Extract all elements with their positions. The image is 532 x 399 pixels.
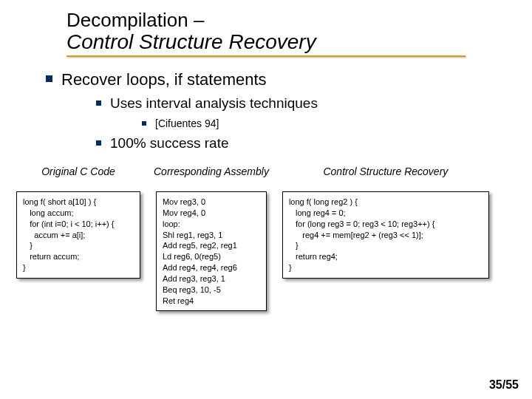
title-line-1: Decompilation – [66,9,532,32]
bullet-level-1: Recover loops, if statements [46,70,532,89]
title-underline [66,55,466,57]
code-box-recovered: long f( long reg2 ) { long reg4 = 0; for… [282,191,489,279]
bullet-text: Recover loops, if statements [61,70,267,89]
column-header: Control Structure Recovery [323,159,448,184]
bullet-square-icon [142,121,146,126]
column-header: Corresponding Assembly [154,159,269,184]
bullet-square-icon [96,140,101,146]
code-box-assembly: Mov reg3, 0 Mov reg4, 0 loop: Shl reg1, … [156,191,267,311]
bullet-level-2: 100% success rate [96,135,532,151]
title-line-2: Control Structure Recovery [66,30,532,54]
bullet-text: [Cifuentes 94] [155,117,219,129]
code-box-original: long f( short a[10] ) { long accum; for … [16,191,140,279]
column-header: Original C Code [41,159,115,184]
bullet-level-3: [Cifuentes 94] [142,117,532,129]
bullet-square-icon [46,75,52,82]
page-number: 35/55 [489,378,519,392]
column-original-c: Original C Code long f( short a[10] ) { … [16,159,140,311]
slide: Decompilation – Control Structure Recove… [0,0,532,311]
column-recovered: Control Structure Recovery long f( long … [282,159,489,311]
bullet-text: 100% success rate [110,135,229,151]
bullet-square-icon [96,100,101,106]
bullet-text: Uses interval analysis techniques [110,95,318,112]
bullet-level-2: Uses interval analysis techniques [96,95,532,112]
code-columns: Original C Code long f( short a[10] ) { … [0,159,532,311]
slide-title: Decompilation – Control Structure Recove… [66,9,532,57]
column-assembly: Corresponding Assembly Mov reg3, 0 Mov r… [154,159,269,311]
